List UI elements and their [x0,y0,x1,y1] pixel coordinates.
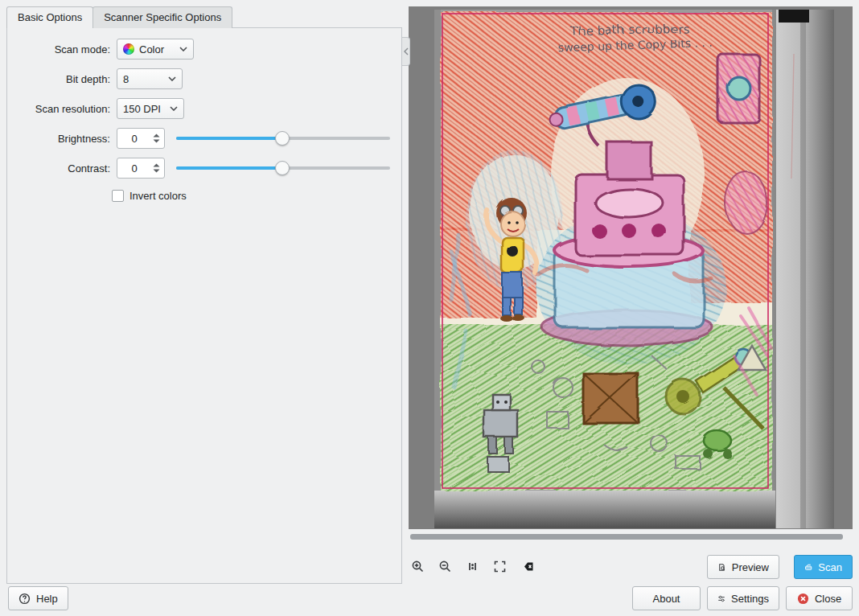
brightness-slider[interactable] [176,131,390,146]
preview-button[interactable]: Preview [707,555,779,579]
scan-resolution-label: Scan resolution: [7,103,110,115]
clear-selections-icon [520,560,535,573]
scan-icon [804,561,812,573]
spin-down-icon[interactable] [153,139,160,143]
contrast-slider-handle[interactable] [275,161,290,175]
scan-mode-select[interactable]: Color [117,39,194,60]
close-button[interactable]: Close [786,586,853,610]
basic-options-panel: Scan mode: Color Bit depth: 8 Scan resol… [6,27,402,584]
scrollbar-thumb[interactable] [410,534,843,540]
tab-scanner-specific-options[interactable]: Scanner Specific Options [92,6,232,28]
contrast-label: Contrast: [7,162,110,175]
help-button[interactable]: Help [8,586,68,610]
preview-button-label: Preview [732,561,769,573]
spin-up-icon[interactable] [153,163,160,167]
clear-selections-button[interactable] [516,556,537,577]
tab-basic-options[interactable]: Basic Options [6,6,93,28]
scan-button[interactable]: Scan [794,555,853,579]
zoom-fit-icon [493,560,507,573]
spin-up-icon[interactable] [153,133,160,138]
contrast-value: 0 [117,162,151,175]
preview-area[interactable]: The bath scrubbers sweep up the Copy Bit… [409,6,853,529]
splitter-handle[interactable] [402,37,410,66]
contrast-row: Contrast: 0 [7,157,392,179]
bit-depth-select[interactable]: 8 [117,68,183,89]
brightness-slider-handle[interactable] [275,131,290,146]
about-button-label: About [653,593,680,605]
chevron-down-icon [170,106,178,111]
scan-button-label: Scan [818,561,842,573]
scan-resolution-row: Scan resolution: 150 DPI [7,97,392,120]
bit-depth-row: Bit depth: 8 [7,68,392,90]
zoom-out-button[interactable] [434,556,455,577]
scan-resolution-value: 150 DPI [123,103,165,115]
invert-colors-row: Invert colors [112,187,392,204]
scan-options-form: Scan mode: Color Bit depth: 8 Scan resol… [7,28,401,204]
spin-down-icon[interactable] [153,169,160,173]
help-button-label: Help [36,593,58,605]
invert-colors-label: Invert colors [129,190,187,202]
close-button-label: Close [815,593,841,605]
settings-button-label: Settings [731,593,769,605]
about-button[interactable]: About [632,586,701,610]
slider-fill [176,137,282,140]
zoom-out-icon [438,560,452,573]
chevron-down-icon [179,47,187,51]
color-mode-icon [123,43,134,55]
options-tabbar: Basic Options Scanner Specific Options [6,6,232,28]
scan-mode-value: Color [139,43,175,55]
zoom-in-icon [411,560,425,573]
zoom-in-button[interactable] [407,556,428,577]
scanned-image[interactable]: The bath scrubbers sweep up the Copy Bit… [434,10,834,528]
slider-fill [176,166,282,170]
preview-horizontal-scrollbar[interactable] [409,533,853,540]
preview-document-icon [717,561,726,573]
brightness-spinbox[interactable]: 0 [117,128,165,149]
scan-mode-row: Scan mode: Color [7,38,392,60]
brightness-value: 0 [117,133,151,145]
chevron-down-icon [168,76,176,81]
scan-resolution-select[interactable]: 150 DPI [117,98,184,119]
close-icon [797,593,809,605]
contrast-spinbox[interactable]: 0 [117,158,165,179]
brightness-label: Brightness: [7,133,110,145]
zoom-actual-size-icon [466,560,479,573]
help-icon [18,593,31,605]
invert-colors-checkbox[interactable] [112,190,124,202]
scan-mode-label: Scan mode: [7,43,110,55]
brightness-row: Brightness: 0 [7,127,392,150]
zoom-actual-size-button[interactable] [462,556,483,577]
collapse-left-icon [404,47,409,55]
settings-sliders-icon [717,593,725,605]
settings-button[interactable]: Settings [707,586,779,610]
zoom-fit-button[interactable] [489,556,510,577]
bit-depth-value: 8 [123,73,163,85]
zoom-toolbar [407,556,537,577]
bit-depth-label: Bit depth: [7,73,110,85]
contrast-slider[interactable] [176,161,390,175]
